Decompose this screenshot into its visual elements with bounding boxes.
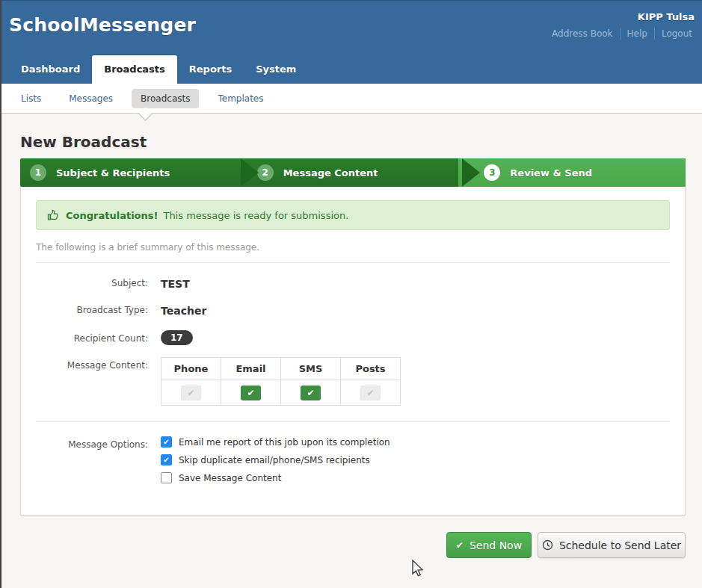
table-cell-phone bbox=[161, 380, 221, 406]
step-number-badge: 3 bbox=[484, 164, 500, 181]
send-now-label: Send Now bbox=[469, 539, 522, 551]
check-icon: ✔ bbox=[456, 540, 464, 551]
option-save-content[interactable]: Save Message Content bbox=[161, 472, 281, 483]
table-cell-email bbox=[221, 380, 281, 406]
check-badge-email bbox=[241, 386, 261, 400]
save-content-checkbox[interactable] bbox=[161, 472, 172, 483]
divider bbox=[36, 421, 670, 422]
account-name: KIPP Tulsa bbox=[638, 11, 695, 22]
subject-label: Subject: bbox=[36, 278, 148, 288]
step-label: Subject & Recipients bbox=[56, 167, 170, 179]
message-options-label: Message Options: bbox=[36, 439, 148, 450]
column-header-email: Email bbox=[221, 358, 281, 380]
review-panel: Congratulations! This message is ready f… bbox=[20, 187, 686, 516]
check-badge-sms bbox=[301, 386, 321, 400]
column-header-phone: Phone bbox=[161, 358, 221, 380]
tab-reports[interactable]: Reports bbox=[177, 55, 244, 84]
table-cell-sms bbox=[281, 380, 341, 406]
alert-title: Congratulations! bbox=[66, 210, 158, 221]
mouse-cursor bbox=[411, 560, 426, 579]
thumbs-up-icon bbox=[47, 209, 59, 221]
clock-icon bbox=[542, 539, 553, 551]
check-badge-posts bbox=[360, 386, 381, 400]
recipient-count-label: Recipient Count: bbox=[36, 333, 148, 344]
broadcast-type-value: Teacher bbox=[161, 305, 206, 317]
wizard-step-1[interactable]: 1 Subject & Recipients bbox=[20, 158, 232, 187]
app-header: SchoolMessenger KIPP Tulsa Address Book … bbox=[0, 0, 702, 84]
address-book-link[interactable]: Address Book bbox=[545, 28, 619, 40]
step-number-badge: 2 bbox=[257, 164, 274, 181]
subnav-messages[interactable]: Messages bbox=[60, 89, 122, 108]
option-skip-duplicates[interactable]: Skip duplicate email/phone/SMS recipient… bbox=[161, 454, 370, 465]
option-label: Save Message Content bbox=[179, 473, 281, 483]
recipient-count-badge: 17 bbox=[161, 330, 193, 345]
option-label: Skip duplicate email/phone/SMS recipient… bbox=[179, 455, 370, 465]
table-cell-posts bbox=[341, 380, 401, 406]
summary-intro: The following is a brief summary of this… bbox=[36, 242, 259, 253]
subnav-lists[interactable]: Lists bbox=[12, 89, 50, 108]
page-title: New Broadcast bbox=[20, 133, 147, 151]
subject-value: TEST bbox=[161, 278, 190, 290]
step-label: Message Content bbox=[283, 167, 378, 179]
email-report-checkbox[interactable] bbox=[161, 436, 172, 448]
schedule-send-later-button[interactable]: Schedule to Send Later bbox=[538, 532, 686, 558]
wizard-step-3[interactable]: 3 Review & Send bbox=[458, 158, 686, 187]
help-link[interactable]: Help bbox=[620, 28, 654, 40]
wizard-steps: 1 Subject & Recipients 2 Message Content… bbox=[20, 158, 686, 187]
step-label: Review & Send bbox=[510, 167, 592, 179]
subnav-templates[interactable]: Templates bbox=[209, 89, 272, 108]
check-badge-phone bbox=[181, 386, 201, 400]
subnav-broadcasts[interactable]: Broadcasts bbox=[132, 89, 199, 108]
send-now-button[interactable]: ✔ Send Now bbox=[446, 532, 532, 558]
message-content-label: Message Content: bbox=[36, 360, 148, 371]
sub-nav: Lists Messages Broadcasts Templates bbox=[0, 84, 702, 114]
skip-duplicates-checkbox[interactable] bbox=[161, 454, 172, 465]
alert-message: This message is ready for submission. bbox=[163, 210, 348, 221]
app-logo[interactable]: SchoolMessenger bbox=[9, 14, 196, 36]
wizard-step-2[interactable]: 2 Message Content bbox=[232, 158, 459, 187]
header-links: Address Book Help Logout bbox=[545, 28, 699, 40]
tab-dashboard[interactable]: Dashboard bbox=[9, 55, 92, 84]
broadcast-type-label: Broadcast Type: bbox=[36, 305, 148, 315]
logout-link[interactable]: Logout bbox=[654, 28, 699, 40]
message-content-table: Phone Email SMS Posts bbox=[161, 357, 401, 406]
main-nav-tabs: Dashboard Broadcasts Reports System bbox=[9, 55, 308, 84]
option-email-report[interactable]: Email me report of this job upon its com… bbox=[161, 436, 390, 448]
column-header-sms: SMS bbox=[281, 358, 341, 380]
tab-system[interactable]: System bbox=[244, 55, 308, 84]
schedule-label: Schedule to Send Later bbox=[559, 539, 681, 551]
divider bbox=[36, 262, 670, 263]
window-left-edge bbox=[0, 0, 1, 588]
success-alert: Congratulations! This message is ready f… bbox=[36, 200, 670, 230]
option-label: Email me report of this job upon its com… bbox=[179, 437, 390, 448]
column-header-posts: Posts bbox=[341, 358, 401, 380]
tab-broadcasts[interactable]: Broadcasts bbox=[92, 55, 177, 84]
step-number-badge: 1 bbox=[30, 164, 46, 181]
